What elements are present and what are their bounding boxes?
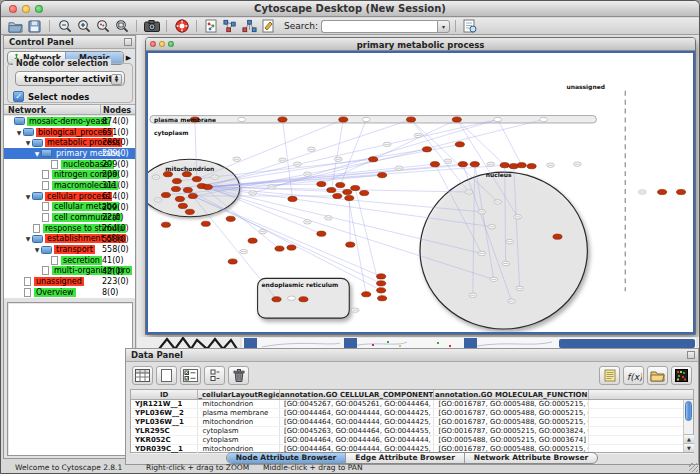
network-window-titlebar[interactable]: primary metabolic process [146, 38, 695, 51]
table-row[interactable]: YKR052Ccytoplasm[GO:0044464, GO:0044446,… [131, 436, 693, 445]
tab-edge-attribute-browser[interactable]: Edge Attribute Browser [346, 453, 465, 463]
network-node [455, 142, 464, 147]
folder-icon [14, 117, 25, 125]
tree-row[interactable]: Overview8(0) [4, 287, 135, 298]
folder-icon [41, 246, 52, 254]
window-titlebar[interactable]: Cytoscape Desktop (New Session) [1, 1, 699, 17]
table-row[interactable]: YLR295Ccytoplasm[GO:0045263, GO:0044464,… [131, 427, 693, 436]
table-row[interactable]: YPL036W__2plasma membrane[GO:0044464, GO… [131, 409, 693, 418]
tree-row[interactable]: ▼metabolic process280(0) [4, 137, 135, 148]
disclosure-triangle-icon[interactable]: ▼ [24, 235, 32, 242]
network-node [470, 162, 479, 167]
select-attributes-button[interactable] [180, 366, 201, 385]
resize-grip[interactable] [689, 463, 698, 472]
unselect-attributes-button[interactable] [204, 366, 225, 385]
tree-row[interactable]: ▼biological_process651(0) [4, 127, 135, 138]
tree-row[interactable]: ▼transport558(0) [4, 244, 135, 255]
disclosure-triangle-icon[interactable]: ▼ [33, 150, 41, 157]
import-network-icon[interactable] [202, 19, 221, 34]
network-node [317, 181, 326, 186]
disclosure-triangle-icon[interactable]: ▼ [15, 129, 23, 136]
table-scrollbar[interactable]: ▲ ▼ [683, 400, 693, 452]
tree-row[interactable]: cell communicat22(0) [4, 212, 135, 223]
background-window-bottom-bar [559, 339, 695, 348]
tree-row[interactable]: nucleobase-209(0) [4, 159, 135, 170]
column-header[interactable]: annotation.GO CELLULAR_COMPONENT [280, 390, 435, 399]
tree-row[interactable]: cellular metabo209(0) [4, 202, 135, 213]
open-icon[interactable] [6, 19, 25, 34]
network-node [192, 177, 201, 182]
delete-attribute-button[interactable] [228, 366, 249, 385]
tab-network-attribute-browser[interactable]: Network Attribute Browser [465, 453, 597, 463]
tab-overflow-arrow[interactable]: ▶ [124, 54, 133, 62]
tree-row[interactable]: ▼cellular process614(0) [4, 191, 135, 202]
tree-row[interactable]: response to stimulu264(0) [4, 223, 135, 234]
scrollbar-thumb[interactable] [685, 401, 692, 421]
disclosure-triangle-icon[interactable]: ▼ [33, 246, 41, 253]
disclosure-triangle-icon[interactable]: ▼ [24, 139, 32, 146]
float-panel-icon[interactable] [687, 351, 695, 359]
tree-row[interactable]: unassigned223(0) [4, 276, 135, 287]
zoom-selected-icon[interactable] [93, 19, 112, 34]
network-edge [340, 120, 366, 186]
new-attribute-button[interactable] [156, 366, 177, 385]
snapshot-icon[interactable] [142, 19, 161, 34]
tree-row-count: 22(0) [102, 213, 124, 222]
network-canvas[interactable]: plasma membranecytoplasmmitochondrionnuc… [146, 51, 695, 334]
function-builder-button[interactable]: f(x) [623, 366, 644, 385]
node-color-select[interactable]: transporter activity ▲▼ [15, 71, 125, 86]
tree-row[interactable]: secretion41(0) [4, 255, 135, 266]
attribute-table-button[interactable] [132, 366, 153, 385]
scroll-up-icon[interactable]: ▲ [684, 434, 694, 443]
tree-row[interactable]: macromolecule311(0) [4, 180, 135, 191]
layout-grid-icon[interactable] [221, 19, 240, 34]
select-stepper-icon: ▲▼ [111, 74, 122, 85]
network-node [406, 117, 415, 122]
zoom-out-icon[interactable] [55, 19, 74, 34]
cytoscape-window: Cytoscape Desktop (New Session) Search: … [0, 0, 700, 474]
disclosure-triangle-icon[interactable]: ▼ [24, 193, 32, 200]
float-panel-icon[interactable] [124, 38, 132, 46]
network-node [377, 281, 386, 286]
background-window-edge [344, 338, 357, 348]
save-icon[interactable] [25, 19, 44, 34]
select-nodes-checkbox[interactable]: ✓ [13, 91, 24, 102]
file-icon [33, 224, 40, 233]
table-cell: YKR052C [131, 436, 198, 444]
table-row[interactable]: YPL036W__1mitochondrion[GO:0044464, GO:0… [131, 418, 693, 427]
import-attributes-button[interactable] [647, 366, 668, 385]
network-node [339, 117, 348, 122]
search-go-icon[interactable] [461, 19, 480, 34]
column-header[interactable]: _cellularLayoutRegion [198, 390, 279, 399]
notepad-button[interactable] [599, 366, 620, 385]
network-node [248, 238, 257, 243]
tab-node-attribute-browser[interactable]: Node Attribute Browser [227, 453, 346, 463]
tree-row[interactable]: nitrogen compo209(0) [4, 169, 135, 180]
layout-organic-icon[interactable] [240, 19, 259, 34]
tree-row[interactable]: ▼primary metabo209(0) [4, 148, 135, 159]
zoom-in-icon[interactable] [74, 19, 93, 34]
tree-row[interactable]: mosaic-demo-yeast874(0) [4, 116, 135, 127]
zoom-fit-icon[interactable] [112, 19, 131, 34]
tree-row[interactable]: multi-organism pro42(0) [4, 266, 135, 277]
column-header[interactable]: annotation.GO MOLECULAR_FUNCTION [434, 390, 589, 399]
table-cell: plasma membrane [198, 409, 279, 417]
table-row[interactable]: YJR121W__1mitochondrion[GO:0045267, GO:0… [131, 400, 693, 409]
tree-row-label: secretion [61, 256, 102, 265]
network-node [378, 173, 387, 178]
svg-text:plasma membrane: plasma membrane [154, 116, 216, 124]
birdseye-view[interactable] [7, 302, 133, 456]
attribute-matrix-button[interactable] [671, 366, 692, 385]
search-input[interactable] [321, 20, 437, 33]
network-desktop: primary metabolic process plasma membran… [137, 35, 700, 348]
tree-row-count: 209(0) [102, 203, 129, 212]
network-node [333, 193, 342, 198]
network-view-window[interactable]: primary metabolic process plasma membran… [145, 37, 696, 335]
column-header[interactable]: ID [131, 390, 198, 399]
tree-row[interactable]: ▼establishment of lo558(0) [4, 234, 135, 245]
tree-row-count: 558(0) [102, 245, 129, 254]
annotation-icon[interactable] [259, 19, 278, 34]
network-node [183, 187, 192, 192]
help-icon[interactable] [172, 19, 191, 34]
search-dropdown-button[interactable]: ▾ [437, 20, 450, 33]
